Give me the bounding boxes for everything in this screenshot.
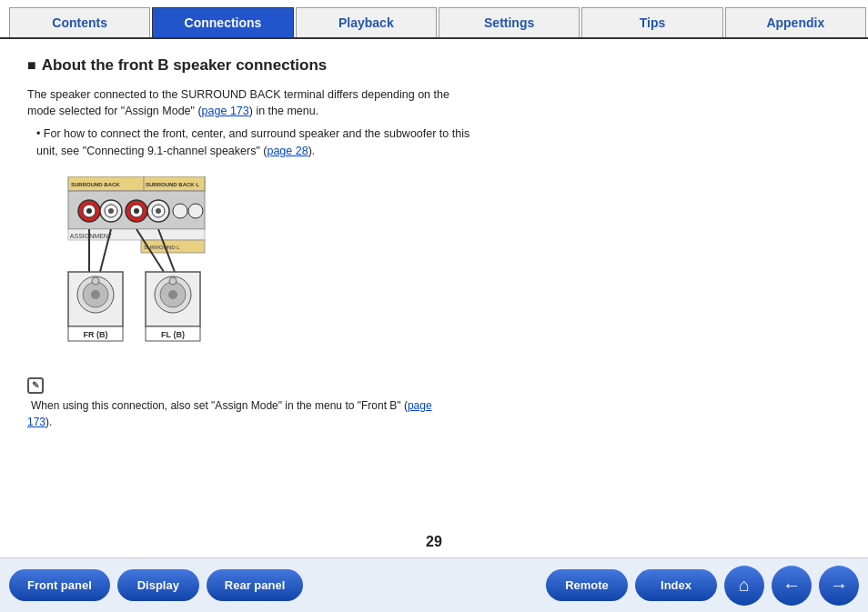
bottom-nav-right: Remote Index ⌂ ← → (546, 566, 859, 606)
note-text: When using this connection, also set "As… (27, 399, 432, 428)
speaker-diagram: SURROUND BACK SURROUND BACK L (64, 176, 209, 349)
note-icon: ✎ (27, 377, 44, 394)
forward-button[interactable]: → (819, 566, 859, 606)
display-button[interactable]: Display (117, 569, 199, 601)
home-button[interactable]: ⌂ (724, 566, 764, 606)
note-section: ✎ When using this connection, also set "… (27, 377, 446, 430)
top-navigation: Contents Connections Playback Settings T… (0, 0, 868, 39)
svg-point-17 (173, 204, 187, 218)
tab-appendix[interactable]: Appendix (725, 7, 866, 37)
bottom-nav-left: Front panel Display Rear panel (9, 569, 303, 601)
bottom-navigation: Front panel Display Rear panel Remote In… (0, 557, 868, 612)
tab-connections[interactable]: Connections (152, 7, 293, 37)
description-paragraph: The speaker connected to the SURROUND BA… (27, 86, 464, 121)
tab-settings[interactable]: Settings (439, 7, 580, 37)
remote-button[interactable]: Remote (546, 569, 628, 601)
page-title: About the front B speaker connections (27, 54, 841, 77)
page173-link-1[interactable]: page 173 (202, 105, 249, 117)
front-panel-button[interactable]: Front panel (9, 569, 110, 601)
svg-point-30 (91, 290, 100, 299)
svg-text:ASSIGNMENT: ASSIGNMENT (70, 233, 113, 239)
svg-point-16 (156, 208, 161, 214)
svg-point-10 (108, 208, 114, 214)
svg-text:SURROUND BACK L: SURROUND BACK L (146, 182, 199, 187)
svg-point-18 (188, 204, 203, 218)
bullet-paragraph: For how to connect the front, center, an… (36, 125, 482, 160)
svg-text:FR (B): FR (B) (84, 330, 108, 339)
rear-panel-button[interactable]: Rear panel (207, 569, 303, 601)
back-button[interactable]: ← (772, 566, 812, 606)
svg-point-37 (168, 290, 177, 299)
svg-point-31 (92, 277, 99, 285)
svg-point-38 (169, 277, 177, 285)
svg-text:SURROUND BACK: SURROUND BACK (71, 182, 120, 187)
svg-point-7 (86, 208, 92, 214)
tab-contents[interactable]: Contents (9, 7, 150, 37)
tab-playback[interactable]: Playback (296, 7, 437, 37)
main-content: About the front B speaker connections Th… (0, 39, 868, 445)
svg-point-13 (134, 208, 139, 214)
page-number: 29 (426, 534, 442, 550)
svg-text:FL (B): FL (B) (161, 330, 185, 339)
tab-tips[interactable]: Tips (581, 7, 722, 37)
index-button[interactable]: Index (635, 569, 717, 601)
page28-link[interactable]: page 28 (267, 145, 308, 157)
